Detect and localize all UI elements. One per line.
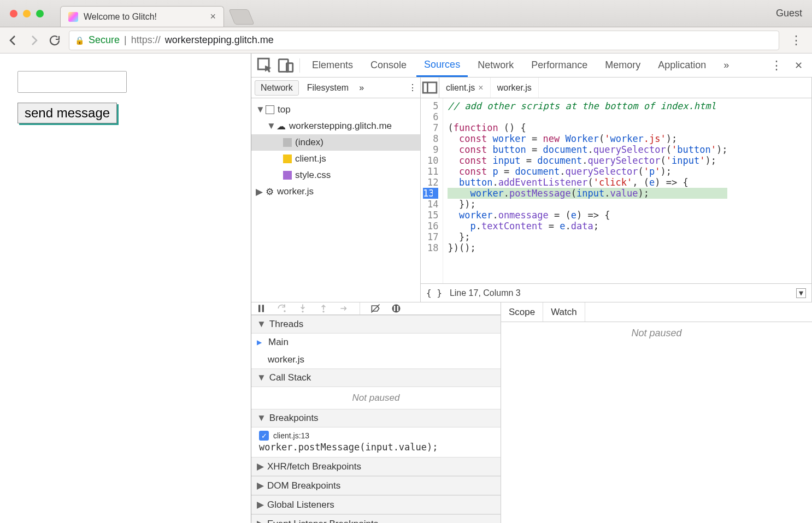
svg-rect-3 [423, 82, 437, 93]
favicon-icon [68, 12, 78, 22]
browser-toolbar: 🔒 Secure | https://workerstepping.glitch… [0, 27, 812, 54]
tree-file-stylecss[interactable]: style.css [251, 167, 420, 183]
back-button[interactable] [7, 34, 20, 47]
breakpoint-code-preview: worker.postMessage(input.value); [251, 442, 501, 457]
global-listeners-header[interactable]: ▶Global Listeners [251, 495, 501, 514]
message-input[interactable] [17, 71, 127, 93]
navigator-tab-network[interactable]: Network [255, 80, 299, 96]
js-file-icon [283, 154, 292, 163]
line-number-gutter[interactable]: 56789101112131415161718 [421, 98, 443, 283]
tree-frame-top[interactable]: ▼top [251, 102, 420, 118]
step-into-button[interactable] [297, 303, 308, 314]
step-button[interactable] [339, 303, 350, 314]
file-tree: ▼top ▼☁workerstepping.glitch.me (index) … [251, 98, 420, 302]
file-tab-clientjs[interactable]: client.js× [439, 78, 491, 98]
debugger-left-pane: ▼Threads Main worker.js ▼Call Stack Not … [251, 302, 501, 523]
new-tab-button[interactable] [228, 9, 254, 25]
svg-point-8 [302, 311, 303, 312]
svg-rect-13 [397, 306, 399, 311]
svg-rect-5 [258, 305, 260, 312]
tab-elements[interactable]: Elements [304, 54, 361, 77]
tree-domain[interactable]: ▼☁workerstepping.glitch.me [251, 118, 420, 134]
tree-file-index[interactable]: (index) [251, 134, 420, 151]
breakpoints-section-header[interactable]: ▼Breakpoints [251, 409, 501, 427]
thread-worker[interactable]: worker.js [251, 351, 501, 369]
device-toolbar-icon[interactable] [276, 56, 295, 75]
code-content[interactable]: // add other scripts at the bottom of in… [443, 98, 732, 283]
frame-icon [266, 105, 274, 114]
tab-performance[interactable]: Performance [523, 54, 595, 77]
devtools-menu-button[interactable]: ⋮ [767, 58, 786, 73]
close-devtools-button[interactable]: ✕ [789, 60, 808, 72]
deactivate-breakpoints-button[interactable] [370, 303, 381, 314]
navigator-subtabs: Network Filesystem » ⋮ [251, 78, 420, 98]
cursor-position: Line 17, Column 3 [450, 288, 521, 298]
close-tab-button[interactable]: × [210, 11, 216, 22]
sources-navigator: Network Filesystem » ⋮ ▼top ▼☁workerstep… [251, 78, 421, 302]
svg-point-9 [322, 311, 324, 312]
event-listener-breakpoints-header[interactable]: ▶Event Listener Breakpoints [251, 514, 501, 523]
editor-dropdown-button[interactable]: ▾ [796, 288, 806, 298]
tab-sources[interactable]: Sources [416, 54, 468, 77]
close-window-button[interactable] [10, 10, 17, 17]
code-editor[interactable]: 56789101112131415161718 // add other scr… [421, 98, 811, 283]
file-tab-workerjs[interactable]: worker.js [491, 78, 539, 98]
forward-button[interactable] [27, 34, 40, 47]
css-file-icon [283, 171, 292, 180]
watch-tab[interactable]: Watch [543, 302, 585, 322]
close-file-tab-button[interactable]: × [478, 83, 483, 93]
pause-on-exceptions-button[interactable] [391, 303, 402, 314]
step-over-button[interactable] [276, 303, 287, 314]
navigator-more-button[interactable]: » [359, 83, 364, 93]
more-tabs-button[interactable]: » [716, 54, 737, 77]
toggle-navigator-button[interactable] [421, 78, 439, 98]
dom-breakpoints-header[interactable]: ▶DOM Breakpoints [251, 476, 501, 495]
scope-tab[interactable]: Scope [501, 302, 543, 322]
callstack-section-header[interactable]: ▼Call Stack [251, 369, 501, 387]
tab-title: Welcome to Glitch! [84, 12, 157, 22]
svg-rect-6 [262, 305, 264, 312]
traffic-lights [10, 10, 44, 17]
tab-network[interactable]: Network [470, 54, 521, 77]
step-out-button[interactable] [318, 303, 329, 314]
svg-point-7 [284, 310, 285, 312]
thread-main[interactable]: Main [251, 334, 501, 351]
xhr-breakpoints-header[interactable]: ▶XHR/fetch Breakpoints [251, 457, 501, 476]
pause-button[interactable] [256, 303, 267, 314]
source-editor-pane: client.js× worker.js 5678910111213141516… [421, 78, 812, 302]
tab-console[interactable]: Console [363, 54, 414, 77]
inspect-element-icon[interactable] [256, 56, 274, 75]
navigator-tab-filesystem[interactable]: Filesystem [301, 80, 355, 96]
tab-memory[interactable]: Memory [597, 54, 648, 77]
scope-empty-message: Not paused [501, 322, 812, 523]
tab-application[interactable]: Application [650, 54, 714, 77]
debugger-controls [251, 302, 501, 315]
tree-worker[interactable]: ▶⚙worker.js [251, 183, 420, 200]
maximize-window-button[interactable] [36, 10, 44, 17]
breakpoint-checkbox[interactable]: ✓ [259, 431, 269, 441]
devtools-panel: Elements Console Sources Network Perform… [251, 54, 812, 523]
reload-button[interactable] [48, 34, 61, 47]
browser-menu-button[interactable]: ⋮ [787, 33, 805, 47]
svg-point-11 [392, 305, 401, 313]
browser-tab[interactable]: Welcome to Glitch! × [60, 6, 224, 27]
document-icon [283, 138, 292, 147]
svg-rect-12 [394, 306, 396, 311]
breakpoint-item[interactable]: ✓client.js:13 [251, 427, 501, 442]
devtools-tabbar: Elements Console Sources Network Perform… [251, 54, 812, 78]
send-message-button[interactable]: send message [17, 103, 117, 123]
tree-file-clientjs[interactable]: client.js [251, 151, 420, 167]
callstack-empty-message: Not paused [251, 387, 501, 409]
lock-icon: 🔒 [75, 36, 84, 45]
profile-label[interactable]: Guest [776, 8, 802, 19]
debugger-right-pane: Scope Watch Not paused [501, 302, 812, 523]
threads-section-header[interactable]: ▼Threads [251, 315, 501, 334]
address-bar[interactable]: 🔒 Secure | https://workerstepping.glitch… [69, 31, 779, 50]
navigator-menu-button[interactable]: ⋮ [408, 82, 417, 93]
minimize-window-button[interactable] [23, 10, 31, 17]
scope-watch-tabs: Scope Watch [501, 302, 812, 322]
secure-label: Secure [89, 34, 120, 46]
editor-file-tabs: client.js× worker.js [421, 78, 811, 98]
cloud-icon: ☁ [276, 121, 286, 132]
pretty-print-button[interactable]: { } [426, 288, 442, 298]
